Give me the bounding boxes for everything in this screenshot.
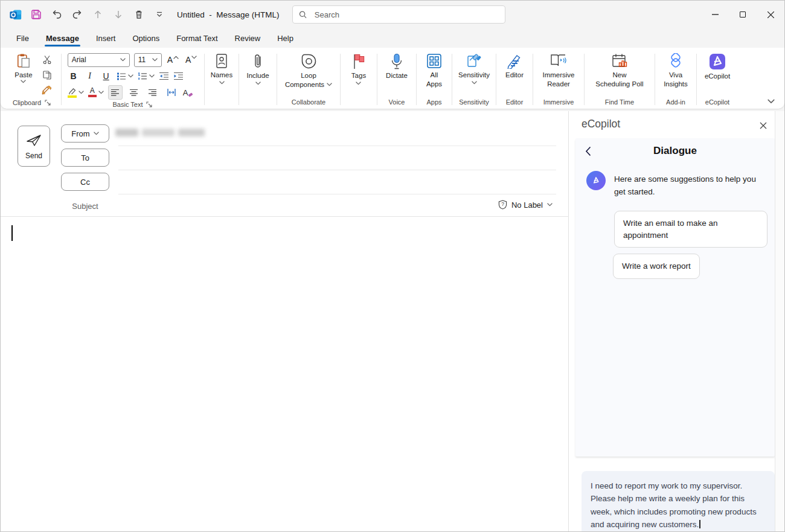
cc-button[interactable]: Cc (61, 173, 109, 191)
tab-review[interactable]: Review (226, 28, 269, 48)
editor-button[interactable]: Editor (501, 51, 528, 82)
chevron-down-icon (152, 58, 158, 62)
dialogue-title: Dialogue (575, 145, 775, 157)
paperclip-icon (254, 53, 262, 69)
loop-icon (301, 53, 317, 69)
cc-field[interactable] (118, 194, 556, 194)
text-highlight-button[interactable] (68, 88, 84, 98)
to-button[interactable]: To (61, 149, 109, 167)
decrease-indent-button[interactable] (159, 72, 169, 80)
paste-button[interactable]: Paste (10, 51, 36, 85)
immersive-reader-button[interactable]: ImmersiveReader (538, 51, 578, 91)
collapse-ribbon-button[interactable] (767, 99, 775, 104)
group-immersive: ImmersiveReader Immersive (534, 49, 583, 109)
from-button[interactable]: From (61, 124, 109, 143)
all-apps-button[interactable]: AllApps (422, 51, 446, 91)
chevron-down-icon (78, 91, 84, 94)
search-icon (299, 10, 307, 19)
increase-indent-button[interactable] (173, 72, 184, 80)
search-bar[interactable] (292, 5, 505, 24)
cut-button[interactable] (40, 54, 54, 66)
names-button[interactable]: Names (207, 51, 237, 86)
sensitivity-button[interactable]: Sensitivity (454, 51, 494, 86)
suggestion-write-email-button[interactable]: Write an email to make an appointment (614, 211, 767, 248)
clipboard-dialog-launcher-icon[interactable] (44, 99, 51, 106)
ecopilot-group-label: eCopilot (698, 95, 737, 109)
chevron-down-icon (327, 83, 332, 86)
tab-insert[interactable]: Insert (88, 28, 124, 48)
voice-group-label: Voice (379, 95, 415, 109)
tags-button[interactable]: Tags (347, 51, 370, 87)
chevron-down-icon (94, 132, 99, 135)
panel-title: eCopilot (582, 118, 620, 130)
format-painter-button[interactable] (40, 84, 54, 96)
loop-components-button[interactable]: Loop Components (281, 51, 336, 91)
group-ecopilot: eCopilot eCopilot (698, 49, 737, 109)
tab-options[interactable]: Options (124, 28, 168, 48)
chevron-down-icon (191, 56, 197, 59)
font-size-select[interactable]: 11 (134, 53, 162, 67)
move-up-button[interactable] (90, 7, 106, 22)
tab-format-text[interactable]: Format Text (168, 28, 226, 48)
new-scheduling-poll-button[interactable]: NewScheduling Poll (591, 51, 647, 91)
redo-button[interactable] (69, 7, 85, 22)
font-name-select[interactable]: Arial (68, 53, 130, 67)
shrink-font-button[interactable]: A (184, 55, 198, 65)
close-window-button[interactable] (757, 1, 784, 28)
text-caret (699, 520, 700, 528)
search-input[interactable] (315, 10, 499, 19)
italic-button[interactable]: I (84, 71, 96, 81)
scheduling-poll-icon (612, 53, 628, 69)
ribbon: Paste Clipboard (1, 48, 784, 109)
line-spacing-button[interactable] (164, 85, 179, 100)
close-panel-button[interactable] (757, 119, 770, 132)
suggestion-work-report-button[interactable]: Write a work report (613, 254, 700, 279)
move-down-button[interactable] (111, 7, 126, 22)
clear-formatting-button[interactable]: A (183, 88, 194, 97)
group-find-time: NewScheduling Poll Find Time (586, 49, 653, 109)
font-color-button[interactable]: A (88, 88, 104, 97)
quick-access-toolbar (1, 7, 167, 22)
tab-file[interactable]: File (8, 28, 37, 48)
tab-message[interactable]: Message (37, 28, 88, 48)
basic-text-dialog-launcher-icon[interactable] (146, 101, 153, 108)
subject-label: Subject (61, 202, 109, 211)
align-right-button[interactable] (146, 85, 160, 100)
group-collaborate: Loop Components Collaborate (278, 49, 339, 109)
minimize-button[interactable] (701, 1, 729, 28)
copy-button[interactable] (40, 69, 54, 81)
customize-quick-access-icon[interactable] (152, 7, 167, 22)
to-field[interactable] (118, 170, 556, 170)
ecopilot-button[interactable]: eCopilot (700, 51, 734, 83)
close-icon (760, 122, 767, 129)
undo-button[interactable] (49, 7, 65, 22)
delete-button[interactable] (131, 7, 147, 22)
address-book-icon (214, 53, 229, 69)
bullets-button[interactable] (117, 72, 133, 80)
maximize-button[interactable] (729, 1, 757, 28)
numbering-button[interactable] (138, 72, 155, 80)
dictate-button[interactable]: Dictate (382, 51, 412, 82)
tab-help[interactable]: Help (269, 28, 302, 48)
viva-insights-button[interactable]: VivaInsights (659, 51, 692, 91)
assistant-avatar (586, 171, 606, 190)
bold-button[interactable]: B (68, 71, 80, 81)
from-address-redacted (115, 129, 205, 136)
message-body-editor[interactable] (1, 217, 568, 531)
grow-font-button[interactable]: A (166, 55, 180, 65)
panel-scrollbar[interactable] (775, 111, 784, 531)
sensitivity-label-selector[interactable]: ? No Label (498, 200, 553, 210)
include-button[interactable]: Include (242, 51, 273, 87)
apps-grid-icon (426, 53, 442, 69)
ecopilot-logo-icon (591, 175, 601, 186)
send-button[interactable]: Send (18, 126, 50, 167)
chevron-up-icon (173, 56, 179, 59)
underline-button[interactable]: U (100, 71, 112, 81)
align-center-button[interactable] (127, 85, 141, 100)
save-button[interactable] (28, 7, 44, 22)
send-label: Send (25, 152, 42, 160)
compose-pane: Send From To Cc Subject ? No Label (1, 111, 569, 531)
align-left-button[interactable] (108, 85, 123, 100)
chat-input[interactable]: I need to report my work to my superviso… (582, 471, 775, 532)
find-time-group-label: Find Time (586, 95, 653, 109)
